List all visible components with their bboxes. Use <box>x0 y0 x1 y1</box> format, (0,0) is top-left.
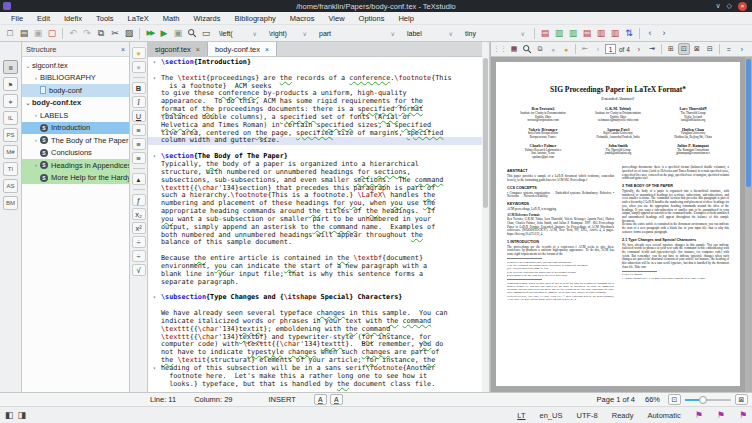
menu-wizards[interactable]: Wizards <box>186 14 227 23</box>
menu-options[interactable]: Options <box>352 14 392 23</box>
tab-body-conf.tex[interactable]: body-conf.tex× <box>208 42 277 56</box>
triangle-up-icon[interactable]: ▴ <box>132 173 146 185</box>
compile-icon[interactable]: ▶ <box>157 26 171 40</box>
expander-icon[interactable]: › <box>32 112 40 118</box>
editor-line[interactable]: separate paragraph. <box>148 279 482 287</box>
table-add-col-icon[interactable]: ▥ <box>552 26 566 40</box>
tree-item-more-help-for-the-hardy[interactable]: SMore Help for the Hardy <box>22 172 129 185</box>
fold-icon[interactable]: ▾ <box>148 75 161 83</box>
bold-icon[interactable]: B <box>132 82 146 94</box>
menu-edit[interactable]: Edit <box>30 14 57 23</box>
comment-icon[interactable]: ▭ <box>199 26 213 40</box>
underline-icon[interactable]: U <box>132 110 146 122</box>
tab-close-icon[interactable]: × <box>196 46 200 53</box>
tree-item-the-body-of-the-paper[interactable]: ›SThe Body of The Paper <box>22 134 129 147</box>
close-file-icon[interactable]: ▢ <box>45 26 59 40</box>
table-paste-col-icon[interactable]: ▥ <box>566 26 580 40</box>
fold-icon[interactable]: ▾ <box>148 153 161 161</box>
panel-symbols-icon[interactable]: ∗ <box>3 94 18 108</box>
bookmark-inactive-icon[interactable]: ● <box>132 61 146 73</box>
right-delimiter-dropdown[interactable]: \right)∨ <box>265 27 311 40</box>
editor-text[interactable]: ▾\section{Introduction}▾The \textit{proc… <box>148 57 482 392</box>
pdf-back-icon[interactable]: ● <box>547 43 559 55</box>
panel-symbols-ps-icon[interactable]: PS <box>3 128 18 142</box>
expander-icon[interactable]: ⌄ <box>24 62 32 69</box>
font-button-2[interactable]: A <box>330 394 343 405</box>
close-icon[interactable]: × <box>738 2 747 11</box>
expander-icon[interactable]: › <box>32 137 40 143</box>
pdf-first-page-icon[interactable]: ⇤ <box>579 43 591 55</box>
pdf-menu-icon[interactable]: = <box>723 43 735 55</box>
menu-tools[interactable]: Tools <box>89 14 121 23</box>
function-icon[interactable]: ƒ <box>132 194 146 206</box>
fontsize-dropdown[interactable]: tiny∨ <box>461 27 529 40</box>
tree-item-body-conf[interactable]: body-conf <box>22 84 129 97</box>
save-icon[interactable]: ▣ <box>31 26 45 40</box>
subscript-icon[interactable]: x₂ <box>132 208 146 220</box>
tree-item-bibliography[interactable]: ›BIBLIOGRAPHY <box>22 72 129 85</box>
left-delimiter-dropdown[interactable]: \left(∨ <box>215 27 261 40</box>
new-file-icon[interactable]: □ <box>3 26 17 40</box>
pdf-original-size-icon[interactable]: ⊠ <box>691 43 703 55</box>
panel-symbols-ti-icon[interactable]: TI <box>3 162 18 176</box>
tree-item-introduction[interactable]: SIntroduction <box>22 122 129 135</box>
pdf-page-input[interactable]: 1 <box>605 44 616 54</box>
root-icon[interactable]: √ <box>132 264 146 276</box>
expander-icon[interactable]: › <box>32 75 40 81</box>
superscript-icon[interactable]: x² <box>132 222 146 234</box>
tree-item-labels[interactable]: ›LABELS <box>22 109 129 122</box>
structure-close-icon[interactable]: × <box>121 46 125 53</box>
pdf-last-page-icon[interactable]: ⇥ <box>646 43 658 55</box>
fold-icon[interactable]: ▾ <box>148 365 161 373</box>
table-del-row-icon[interactable]: ▤ <box>580 26 594 40</box>
nav-next-icon[interactable]: › <box>657 26 671 40</box>
reference-dropdown[interactable]: label∨ <box>403 27 457 40</box>
status-utf-8[interactable]: UTF-8 <box>576 411 597 420</box>
menu-help[interactable]: Help <box>391 14 420 23</box>
pdf-scrollbar[interactable] <box>745 57 752 392</box>
zoom-fit-button[interactable]: ⊠ <box>735 394 748 405</box>
align-left-icon[interactable]: ≡ <box>132 124 146 136</box>
bookmark-active-icon[interactable]: ● <box>132 47 146 59</box>
pdf-fit-visible-icon[interactable]: ⊟ <box>704 43 716 55</box>
tree-item-body-conf-tex[interactable]: ⌄body-conf.tex <box>22 97 129 110</box>
tree-item-headings-in-appendices[interactable]: ›SHeadings in Appendices <box>22 159 129 172</box>
open-file-icon[interactable]: ▤ <box>17 26 31 40</box>
pdf-magnifier-icon[interactable] <box>521 43 533 55</box>
editor-line[interactable]: balance of this sample document. <box>148 239 482 247</box>
toggle-bottom-panel-icon[interactable]: ◨ <box>18 410 27 420</box>
menu-latex[interactable]: LaTeX <box>120 14 155 23</box>
undo-icon[interactable]: ↶ <box>66 26 80 40</box>
status-ready[interactable]: Ready <box>612 411 634 420</box>
table-add-row-icon[interactable]: ▤ <box>538 26 552 40</box>
font-button-1[interactable]: A <box>314 394 327 405</box>
paste-icon[interactable]: ▨ <box>122 26 136 40</box>
menu-view[interactable]: View <box>321 14 351 23</box>
menu-file[interactable]: File <box>4 14 30 23</box>
status-en-us[interactable]: en_US <box>540 411 563 420</box>
toggle-left-panel-icon[interactable]: ◧ <box>5 410 14 420</box>
tree-item-conclusions[interactable]: SConclusions <box>22 147 129 160</box>
minimize-icon[interactable]: ∨ <box>715 1 720 11</box>
expander-icon[interactable]: ⌄ <box>24 99 32 106</box>
view-pdf-icon[interactable] <box>185 26 199 40</box>
nav-prev-icon[interactable]: ‹ <box>643 26 657 40</box>
pdf-fit-window-icon[interactable]: ⊡ <box>678 43 690 55</box>
cut-icon[interactable]: ✂ <box>108 26 122 40</box>
fraction-icon[interactable]: ÷ <box>132 236 146 248</box>
pdf-pane-handle-icon[interactable]: ⋮⋮ <box>493 43 507 55</box>
pdf-prev-page-icon[interactable]: ‹ <box>592 43 604 55</box>
table-del-col-icon[interactable]: ▥ <box>594 26 608 40</box>
tree-item-sigconf-tex[interactable]: ⌄sigconf.tex <box>22 59 129 72</box>
pdf-scroll-tool-icon[interactable]: ⧉ <box>534 43 546 55</box>
pdf-forward-icon[interactable]: ● <box>560 43 572 55</box>
log-marker-icon-2[interactable]: ⚑ <box>717 410 725 420</box>
tab-close-icon[interactable]: × <box>265 46 269 53</box>
log-marker-icon-1[interactable]: ⚑ <box>695 410 703 420</box>
pdf-fit-width-icon[interactable]: ⊞ <box>665 43 677 55</box>
editor-scrollbar[interactable] <box>482 42 490 392</box>
build-and-view-icon[interactable]: ▶▶ <box>143 26 157 40</box>
editor-line[interactable]: ▾\subsection{Type Changes and {\itshape … <box>148 294 482 302</box>
menu-bibliography[interactable]: Bibliography <box>228 14 283 23</box>
zoom-slider[interactable] <box>685 394 731 405</box>
